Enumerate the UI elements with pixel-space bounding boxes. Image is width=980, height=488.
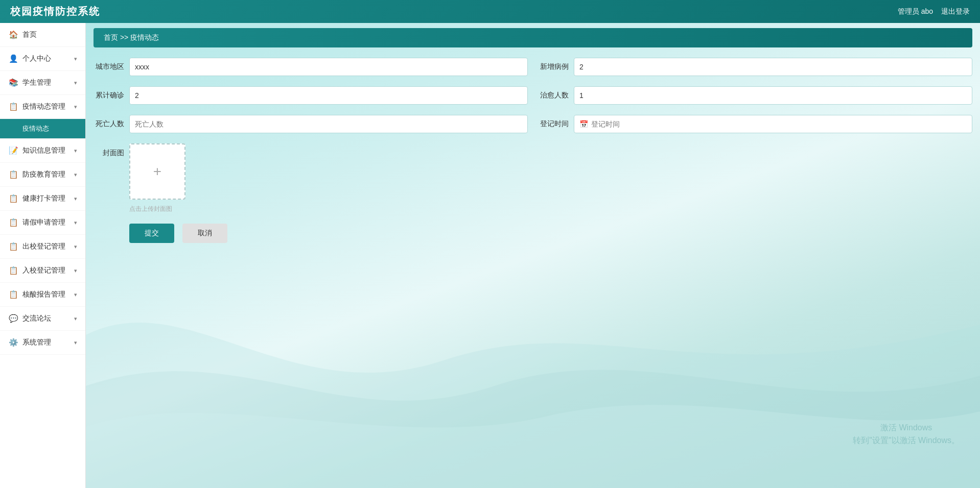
watermark-line1: 激活 Windows — [853, 421, 960, 434]
watermark: 激活 Windows 转到"设置"以激活 Windows。 — [853, 421, 960, 447]
new-cases-group: 新增病例 — [538, 58, 972, 76]
system-title: 校园疫情防控系统 — [10, 5, 100, 18]
leave-icon: 📋 — [8, 218, 18, 227]
nucleic-icon: 📋 — [8, 290, 18, 299]
form-row-3: 死亡人数 登记时间 📅 — [94, 115, 972, 133]
chevron-down-icon: ▾ — [74, 80, 77, 86]
sidebar-item-enter[interactable]: 📋 入校登记管理 ▾ — [0, 259, 85, 283]
chevron-down-icon: ▾ — [74, 339, 77, 346]
cumulative-label: 累计确诊 — [94, 91, 124, 100]
sidebar-item-home[interactable]: 🏠 首页 — [0, 23, 85, 47]
chevron-down-icon: ▾ — [74, 219, 77, 226]
system-icon: ⚙️ — [8, 338, 18, 347]
date-input[interactable] — [591, 120, 967, 128]
plus-icon: + — [153, 163, 161, 180]
sidebar-item-exit[interactable]: 📋 出校登记管理 ▾ — [0, 235, 85, 259]
chevron-down-icon: ▾ — [74, 243, 77, 250]
upload-hint: 点击上传封面图 — [94, 205, 972, 213]
city-input[interactable] — [129, 58, 528, 76]
sidebar-item-knowledge[interactable]: 📝 知识信息管理 ▾ — [0, 139, 85, 163]
sidebar-item-system[interactable]: ⚙️ 系统管理 ▾ — [0, 331, 85, 355]
sidebar-item-nucleic[interactable]: 📋 核酸报告管理 ▾ — [0, 283, 85, 307]
sidebar-item-health[interactable]: 📋 健康打卡管理 ▾ — [0, 187, 85, 211]
sidebar-item-student[interactable]: 📚 学生管理 ▾ — [0, 71, 85, 95]
forum-icon: 💬 — [8, 314, 18, 323]
cover-label: 封面图 — [94, 143, 124, 158]
sidebar-item-personal[interactable]: 👤 个人中心 ▾ — [0, 47, 85, 71]
form-container: 城市地区 新增病例 累计确诊 治愈人数 — [86, 47, 980, 253]
user-area: 管理员 abo 退出登录 — [898, 7, 970, 16]
chevron-down-icon: ▾ — [74, 148, 77, 154]
form-row-1: 城市地区 新增病例 — [94, 58, 972, 76]
prevention-icon: 📋 — [8, 170, 18, 179]
deaths-label: 死亡人数 — [94, 119, 124, 129]
upload-box[interactable]: + — [129, 143, 185, 200]
cumulative-group: 累计确诊 — [94, 86, 528, 105]
date-label: 登记时间 — [538, 119, 569, 129]
chevron-down-icon: ▾ — [74, 56, 77, 62]
sidebar-item-epidemic[interactable]: 📋 疫情动态管理 ▾ — [0, 95, 85, 119]
new-cases-input[interactable] — [574, 58, 972, 76]
logout-button[interactable]: 退出登录 — [941, 7, 970, 16]
health-icon: 📋 — [8, 194, 18, 203]
knowledge-icon: 📝 — [8, 146, 18, 155]
exit-icon: 📋 — [8, 242, 18, 251]
button-row: 提交 取消 — [94, 224, 972, 243]
cumulative-input[interactable] — [129, 86, 528, 105]
enter-icon: 📋 — [8, 266, 18, 275]
chevron-down-icon: ▾ — [74, 172, 77, 178]
submit-button[interactable]: 提交 — [129, 224, 174, 243]
city-label: 城市地区 — [94, 62, 124, 71]
date-input-wrapper[interactable]: 📅 — [574, 115, 972, 133]
breadcrumb: 首页 >> 疫情动态 — [94, 28, 972, 47]
top-header: 校园疫情防控系统 管理员 abo 退出登录 — [0, 0, 980, 23]
person-icon: 👤 — [8, 54, 18, 63]
home-icon: 🏠 — [8, 30, 18, 39]
deaths-input[interactable] — [129, 115, 528, 133]
new-cases-label: 新增病例 — [538, 62, 569, 71]
breadcrumb-current: 疫情动态 — [130, 33, 159, 41]
deaths-group: 死亡人数 — [94, 115, 528, 133]
main-content: 首页 >> 疫情动态 城市地区 新增病例 累计确诊 — [86, 23, 980, 488]
cover-row: 封面图 + — [94, 143, 972, 200]
sidebar-item-prevention[interactable]: 📋 防疫教育管理 ▾ — [0, 163, 85, 187]
cured-input[interactable] — [574, 86, 972, 105]
username-label: 管理员 abo — [898, 7, 933, 16]
sidebar: 🏠 首页 👤 个人中心 ▾ 📚 学生管理 ▾ 📋 疫情动态管理 ▾ 疫情动态 📝… — [0, 23, 86, 488]
sidebar-item-forum[interactable]: 💬 交流论坛 ▾ — [0, 307, 85, 331]
form-row-2: 累计确诊 治愈人数 — [94, 86, 972, 105]
epidemic-icon: 📋 — [8, 102, 18, 111]
sidebar-item-epidemic-news[interactable]: 疫情动态 — [0, 119, 85, 139]
city-group: 城市地区 — [94, 58, 528, 76]
chevron-down-icon: ▾ — [74, 291, 77, 298]
calendar-icon: 📅 — [579, 120, 588, 128]
cured-label: 治愈人数 — [538, 91, 569, 100]
sidebar-item-leave[interactable]: 📋 请假申请管理 ▾ — [0, 211, 85, 235]
date-group: 登记时间 📅 — [538, 115, 972, 133]
chevron-down-icon: ▾ — [74, 267, 77, 274]
student-icon: 📚 — [8, 78, 18, 87]
breadcrumb-separator: >> — [120, 33, 128, 41]
watermark-line2: 转到"设置"以激活 Windows。 — [853, 434, 960, 447]
chevron-down-icon: ▾ — [74, 196, 77, 202]
chevron-down-icon: ▾ — [74, 104, 77, 110]
cured-group: 治愈人数 — [538, 86, 972, 105]
chevron-down-icon: ▾ — [74, 315, 77, 322]
breadcrumb-home[interactable]: 首页 — [104, 33, 118, 41]
cancel-button[interactable]: 取消 — [182, 224, 227, 243]
